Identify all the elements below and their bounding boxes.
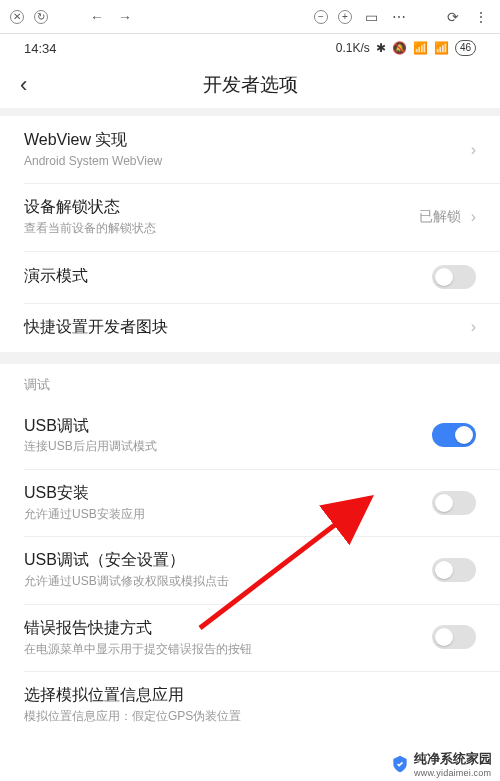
chevron-right-icon: › — [471, 318, 476, 336]
watermark: 纯净系统家园 www.yidaimei.com — [388, 749, 494, 779]
row-demo-mode[interactable]: 演示模式 — [0, 251, 500, 303]
row-usb-debug-security[interactable]: USB调试（安全设置） 允许通过USB调试修改权限或模拟点击 — [0, 536, 500, 603]
row-label: 错误报告快捷方式 — [24, 618, 432, 639]
settings-content: WebView 实现 Android System WebView › 设备解锁… — [0, 108, 500, 781]
watermark-brand: 纯净系统家园 — [414, 750, 492, 768]
row-subtitle: 允许通过USB安装应用 — [24, 507, 432, 523]
clock: 14:34 — [24, 41, 57, 56]
nav-back-icon[interactable]: ← — [88, 8, 106, 26]
row-label: 设备解锁状态 — [24, 197, 419, 218]
reader-mode-icon[interactable]: ▭ — [362, 8, 380, 26]
phone-screenshot: 14:34 0.1K/s ✱ 🔕 📶 📶 46 ‹ 开发者选项 WebView … — [0, 34, 500, 781]
row-subtitle: 连接USB后启用调试模式 — [24, 439, 432, 455]
overflow-icon[interactable]: ⋮ — [472, 8, 490, 26]
row-label: USB调试 — [24, 416, 432, 437]
row-value: 已解锁 — [419, 208, 461, 226]
row-bugreport-shortcut[interactable]: 错误报告快捷方式 在电源菜单中显示用于提交错误报告的按钮 — [0, 604, 500, 671]
battery-indicator: 46 — [455, 40, 476, 56]
section-header-debug: 调试 — [0, 352, 500, 402]
chevron-right-icon: › — [471, 208, 476, 226]
row-label: 快捷设置开发者图块 — [24, 317, 471, 338]
more-icon[interactable]: ⋯ — [390, 8, 408, 26]
signal-icon: 📶 — [413, 41, 428, 55]
page-title: 开发者选项 — [0, 72, 500, 98]
row-subtitle: 模拟位置信息应用：假定位GPS伪装位置 — [24, 709, 476, 725]
chevron-right-icon: › — [471, 141, 476, 159]
close-icon[interactable]: ✕ — [10, 10, 24, 24]
refresh-icon[interactable]: ↻ — [34, 10, 48, 24]
nav-forward-icon[interactable]: → — [116, 8, 134, 26]
bluetooth-icon: ✱ — [376, 41, 386, 55]
toggle-usb-debug-security[interactable] — [432, 558, 476, 582]
row-subtitle: 在电源菜单中显示用于提交错误报告的按钮 — [24, 642, 432, 658]
zoom-in-icon[interactable]: + — [338, 10, 352, 24]
row-subtitle: 查看当前设备的解锁状态 — [24, 221, 419, 237]
row-webview[interactable]: WebView 实现 Android System WebView › — [0, 116, 500, 183]
back-button[interactable]: ‹ — [20, 72, 44, 98]
row-usb-install[interactable]: USB安装 允许通过USB安装应用 — [0, 469, 500, 536]
watermark-url: www.yidaimei.com — [414, 768, 492, 778]
toggle-usb-debug[interactable] — [432, 423, 476, 447]
toggle-bugreport-shortcut[interactable] — [432, 625, 476, 649]
zoom-out-icon[interactable]: − — [314, 10, 328, 24]
row-label: 选择模拟位置信息应用 — [24, 685, 476, 706]
row-label: 演示模式 — [24, 266, 432, 287]
watermark-logo-icon — [390, 754, 410, 774]
row-subtitle: Android System WebView — [24, 154, 471, 170]
network-speed: 0.1K/s — [336, 41, 370, 55]
title-bar: ‹ 开发者选项 — [0, 62, 500, 108]
status-bar: 14:34 0.1K/s ✱ 🔕 📶 📶 46 — [0, 34, 500, 62]
wifi-icon: 📶 — [434, 41, 449, 55]
browser-toolbar: ✕ ↻ ← → − + ▭ ⋯ ⟳ ⋮ — [0, 0, 500, 34]
toggle-demo-mode[interactable] — [432, 265, 476, 289]
row-unlock-status[interactable]: 设备解锁状态 查看当前设备的解锁状态 已解锁 › — [0, 183, 500, 250]
row-mock-location[interactable]: 选择模拟位置信息应用 模拟位置信息应用：假定位GPS伪装位置 — [0, 671, 500, 738]
row-label: WebView 实现 — [24, 130, 471, 151]
mute-icon: 🔕 — [392, 41, 407, 55]
row-quick-tiles[interactable]: 快捷设置开发者图块 › — [0, 303, 500, 352]
row-usb-debug[interactable]: USB调试 连接USB后启用调试模式 — [0, 402, 500, 469]
row-label: USB安装 — [24, 483, 432, 504]
rotate-icon[interactable]: ⟳ — [444, 8, 462, 26]
row-subtitle: 允许通过USB调试修改权限或模拟点击 — [24, 574, 432, 590]
row-label: USB调试（安全设置） — [24, 550, 432, 571]
toggle-usb-install[interactable] — [432, 491, 476, 515]
